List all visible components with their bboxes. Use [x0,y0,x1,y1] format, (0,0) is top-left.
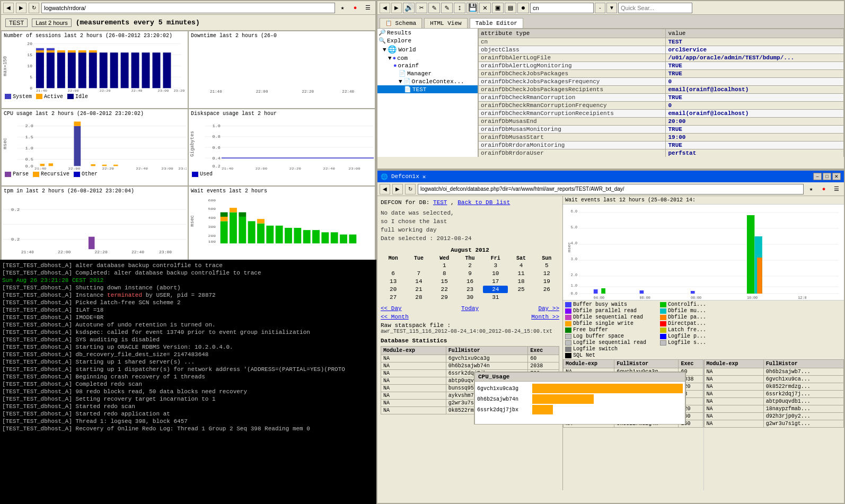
cal-day[interactable]: 4 [508,262,533,269]
cal-day[interactable]: 30 [457,294,482,301]
tree-test[interactable]: 📄 TEST [377,85,478,93]
cal-day[interactable]: 8 [432,270,457,277]
cal-day[interactable]: 1 [432,262,457,269]
ldap-tool-8[interactable]: ▣ [492,3,504,13]
cal-day[interactable]: 18 [508,278,533,285]
tab-html-view[interactable]: HTML View [424,18,467,28]
stop-icon[interactable]: ● [350,3,360,13]
ldap-cn-input[interactable] [530,3,594,13]
tree-orainf[interactable]: ● orainf [377,62,478,69]
ldap-back-btn[interactable]: ◀ [380,3,390,13]
ldap-tool-1[interactable]: 🔊 [403,3,415,13]
ldap-tool-3[interactable]: ✎ [428,3,440,13]
cal-day[interactable]: 23 [457,286,482,293]
cal-day[interactable]: 2 [457,262,482,269]
defcon-address-bar[interactable] [418,184,804,194]
tree-com[interactable]: ▼ ● com [377,55,478,62]
address-bar[interactable] [41,3,335,13]
cal-day[interactable]: 11 [508,270,533,277]
month-next-link[interactable]: Month >> [531,314,559,320]
downtime-chart-title: Downtime last 2 hours (26-0 [190,32,374,39]
tree-oraclecontext[interactable]: ▼ 📄 OracleContex... [377,77,478,85]
defcon-stop-icon[interactable]: ● [818,184,829,194]
day-prev-link[interactable]: << Day [381,305,402,312]
ldap-fwd-btn[interactable]: ▶ [391,3,402,13]
cal-day[interactable]: 16 [457,278,482,285]
cal-day[interactable]: 6 [381,270,406,277]
cal-day[interactable]: 9 [457,270,482,277]
svg-text:23:20: 23:20 [173,89,184,92]
cal-day[interactable]: 25 [508,286,533,293]
svg-rect-13 [36,48,44,50]
ldap-quick-search[interactable] [618,3,692,13]
forward-button[interactable]: ▶ [16,3,27,13]
measurements-title: (measurements every 5 minutes) [76,19,200,26]
tree-explore[interactable]: 🔍 Explore [377,37,478,45]
defcon-db-name[interactable]: TEST [433,199,447,206]
tree-manager[interactable]: 📄 Manager [377,69,478,77]
defcon-close-btn[interactable]: ✕ [832,173,841,180]
cal-day[interactable] [534,294,559,301]
cal-day-selected[interactable]: 24 [483,286,508,293]
today-link[interactable]: Today [461,305,479,312]
cal-day[interactable]: 26 [534,286,559,293]
cal-day[interactable]: 17 [483,278,508,285]
bookmark-icon[interactable]: ★ [337,3,348,13]
cal-day[interactable]: 15 [432,278,457,285]
tab-table-editor[interactable]: Table Editor [470,18,523,28]
menu-icon[interactable]: ☰ [363,3,373,13]
defcon-back-link[interactable]: Back to DB list [457,199,510,206]
cal-day[interactable]: 12 [534,270,559,277]
cal-day[interactable] [406,262,431,269]
defcon-reload-btn[interactable]: ↻ [405,184,416,194]
day-next-link[interactable]: Day >> [538,305,559,312]
ldap-tool-4[interactable]: ✎ [441,3,453,13]
tab-schema[interactable]: 📋 Schema [380,18,422,28]
cal-day[interactable]: 5 [534,262,559,269]
defcon-menu-icon[interactable]: ☰ [831,184,842,194]
ldap-tool-5[interactable]: ↕ [454,3,465,13]
cal-day[interactable]: 31 [483,294,508,301]
cal-day[interactable]: 19 [534,278,559,285]
defcon-back-btn[interactable]: ◀ [380,184,390,194]
cal-day[interactable]: 29 [432,294,457,301]
ldap-search-down[interactable]: ▼ [606,3,617,13]
cal-day[interactable]: 22 [432,286,457,293]
cal-day[interactable]: 14 [406,278,431,285]
defcon-bookmark-icon[interactable]: ★ [806,184,816,194]
legend-latch-fre: Latch fre... [660,327,706,333]
ldap-connect-icon[interactable]: ● [517,3,529,13]
cal-day[interactable]: 27 [381,294,406,301]
terminal-line: [TEST_TEST_dbhost_A] db_recovery_file_de… [2,351,374,358]
cal-day[interactable]: 28 [406,294,431,301]
month-prev-link[interactable]: << Month [381,314,409,320]
cpu-sql-id-3: 6ssrk2dqj7jbx [477,407,530,413]
reload-button[interactable]: ↻ [29,3,39,13]
cal-day[interactable]: 3 [483,262,508,269]
ldap-close-btn[interactable]: ✕ [479,3,491,13]
cal-day[interactable]: 10 [483,270,508,277]
cal-day[interactable]: 21 [406,286,431,293]
ldap-tool-2[interactable]: ✂ [416,3,427,13]
cal-day[interactable]: 20 [381,286,406,293]
cal-day[interactable] [381,262,406,269]
cal-day[interactable] [508,294,533,301]
defcon-tab-close[interactable]: ✕ [422,173,426,180]
cal-day[interactable]: 13 [381,278,406,285]
ldap-tool-6[interactable]: 💾 [466,3,478,13]
ldap-search-minus[interactable]: - [595,3,605,13]
back-button[interactable]: ◀ [3,3,14,13]
test-dropdown[interactable]: TEST [5,19,28,27]
defcon-fwd-btn[interactable]: ▶ [392,184,403,194]
svg-rect-114 [303,230,311,243]
tree-world[interactable]: ▼ 🌐 World [377,45,478,55]
defcon-maximize-btn[interactable]: □ [823,173,831,180]
timerange-dropdown[interactable]: Last 2 hours [32,19,72,27]
defcon-minimize-btn[interactable]: – [813,173,822,180]
orainf-bullet: ● [393,63,397,69]
ldap-tool-9[interactable]: ▤ [505,3,516,13]
attr-name: orainfDbRrdoraMonitoring [479,142,666,149]
tree-results[interactable]: 🔎 Results [377,29,478,37]
cal-day[interactable]: 7 [406,270,431,277]
oracle-expand-icon: ▼ [399,78,402,85]
